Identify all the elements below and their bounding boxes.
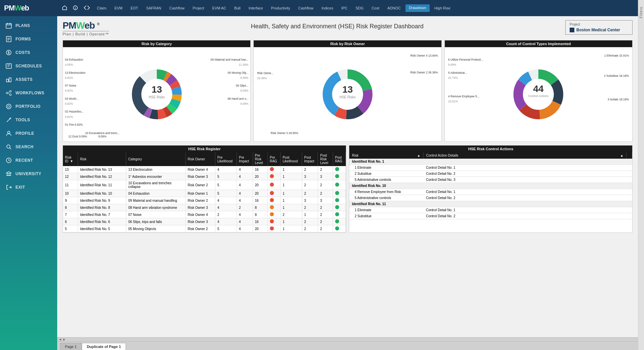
- topbar-btn-claim[interactable]: Claim: [94, 5, 110, 11]
- topbar-btn-bull[interactable]: Bull: [231, 5, 244, 11]
- svg-text:13: 13: [342, 84, 353, 95]
- home-icon[interactable]: [60, 4, 69, 13]
- topbar-btn-interface[interactable]: Interface: [245, 5, 266, 11]
- svg-line-25: [10, 148, 11, 149]
- tab-duplicate[interactable]: Duplicate of Page 1: [82, 343, 126, 350]
- chart3-label-substitue: 2 Substitue 18.18%: [604, 74, 629, 77]
- topbar-btn-eot[interactable]: EOT: [127, 5, 142, 11]
- col-pre-i[interactable]: Pre Impact: [237, 152, 253, 166]
- sidebar-item-plans[interactable]: PLANS: [0, 19, 57, 32]
- sidebar-item-forms[interactable]: FORMS: [0, 32, 57, 46]
- sidebar-item-university[interactable]: UNIVERSITY: [0, 167, 57, 181]
- svg-point-18: [10, 94, 11, 96]
- horizontal-scrollbar[interactable]: ◄ ►: [57, 337, 638, 341]
- col-pre-rag[interactable]: Pre RAG: [267, 152, 280, 166]
- table-row: 12 Identified Risk No. 12 1° Asbestos en…: [63, 173, 346, 180]
- svg-text:Control Actions: Control Actions: [528, 94, 549, 98]
- svg-rect-10: [6, 64, 11, 68]
- sidebar-item-search[interactable]: SEARCH: [0, 140, 57, 154]
- col-pre-rl[interactable]: Pre Risk Level: [253, 152, 267, 166]
- chart3-body: 6 Utilize Personal Protecti...9.09% 5 Ad…: [445, 47, 632, 141]
- project-label: Project: [570, 23, 628, 26]
- sidebar-item-profile[interactable]: PROFILE: [0, 127, 57, 140]
- topbar-btn-productivity[interactable]: Productivity: [267, 5, 293, 11]
- filters-label[interactable]: Filters: [639, 7, 643, 18]
- chart1-label-hazardous: 02 Hazardou...6.82%: [65, 109, 85, 120]
- svg-rect-29: [9, 173, 10, 176]
- risk-register-scroll[interactable]: Risk ID ▼ Risk Category Risk Owner Pre L…: [63, 152, 346, 232]
- nav-arrows-icon[interactable]: [81, 4, 92, 12]
- col-post-rag[interactable]: Post RAG: [333, 152, 346, 166]
- col-pre-l[interactable]: Pre Likelihood: [215, 152, 237, 166]
- tab-page1[interactable]: Page 1: [60, 343, 82, 350]
- topbar-btn-sdg[interactable]: SDG: [352, 5, 367, 11]
- topbar-btn-highrise[interactable]: High Rise: [431, 5, 454, 11]
- sidebar-item-costs[interactable]: $ COSTS: [0, 46, 57, 59]
- profile-icon: [5, 130, 12, 137]
- dashboard-title: Health, Safety and Environment (HSE) Ris…: [109, 20, 565, 30]
- col-post-rl[interactable]: Post Risk Level: [318, 152, 333, 166]
- sidebar-item-tools[interactable]: TOOLS: [0, 113, 57, 127]
- table-row: 6 Identified Risk No. 6 06 Slips, trips …: [63, 218, 346, 225]
- chart2-donut: 13 HSE Risks: [321, 67, 374, 121]
- charts-row: Risk by Category 04 Exhaustion4.55% 13 E…: [63, 40, 633, 142]
- topbar-btn-drawdown[interactable]: Drawdown: [405, 4, 430, 12]
- svg-point-24: [7, 145, 10, 148]
- project-box: Project Boston Medical Center: [565, 20, 633, 35]
- control-actions-scroll[interactable]: Risk ▲ Control Action Details ▲ Identifi…: [349, 152, 632, 219]
- table-row: 11 Identified Risk No. 11 10 Excavations…: [63, 180, 346, 190]
- list-item: 5 Administrative controls Control Detail…: [349, 195, 632, 201]
- col-post-i[interactable]: Post Impact: [302, 152, 318, 166]
- svg-rect-0: [6, 24, 11, 28]
- control-group-header: Identified Risk No. 1: [349, 159, 632, 165]
- control-group-header: Identified Risk No. 10: [349, 183, 632, 189]
- chart1-label-dust: 12 Dust 9.09%: [68, 135, 87, 138]
- col-risk[interactable]: Risk: [78, 152, 126, 166]
- list-item: 1 Eliminate Control Detail No. 1: [349, 165, 632, 171]
- topbar-btn-cost[interactable]: Cost: [368, 5, 383, 11]
- col-owner[interactable]: Risk Owner: [185, 152, 215, 166]
- dollar-icon: $: [5, 49, 12, 56]
- col-risk-id[interactable]: Risk ID ▼: [63, 152, 78, 166]
- content-area: PMWeb ® Plan | Build | Operate™ Health, …: [57, 16, 638, 350]
- topbar-btn-evmac[interactable]: EVM AC: [209, 5, 230, 11]
- topbar-btn-project[interactable]: Project: [189, 5, 207, 11]
- risk-register-table: Risk ID ▼ Risk Category Risk Owner Pre L…: [63, 152, 346, 232]
- table-row: 8 Identified Risk No. 8 08 Hand arm vibr…: [63, 204, 346, 211]
- topbar-btn-indices[interactable]: Indices: [318, 5, 337, 11]
- scroll-left[interactable]: ◄: [59, 338, 62, 341]
- sidebar-item-portfolio[interactable]: PORTFOLIO: [0, 100, 57, 113]
- svg-point-16: [6, 92, 8, 94]
- sidebar-item-workflows[interactable]: WORKFLOWS: [0, 86, 57, 100]
- col-risk-control[interactable]: Risk ▲: [349, 152, 423, 159]
- calendar-icon: [5, 22, 12, 29]
- svg-line-20: [8, 93, 10, 94]
- chart2-label-owner2: Risk Owner 2 36.36%: [410, 71, 438, 74]
- topbar-btn-evm[interactable]: EVM: [111, 5, 126, 11]
- sidebar-item-recent[interactable]: RECENT: [0, 154, 57, 167]
- info-icon[interactable]: i: [71, 4, 80, 13]
- sidebar-item-assets[interactable]: ASSETS: [0, 73, 57, 86]
- sidebar-item-exit[interactable]: EXIT: [0, 181, 57, 194]
- col-post-l[interactable]: Post Likelihood: [280, 152, 302, 166]
- risk-register-title: HSE Risk Register: [63, 146, 346, 152]
- col-category[interactable]: Category: [126, 152, 186, 166]
- svg-line-19: [8, 92, 10, 93]
- chart3-label-isolate: 3 Isolate 18.18%: [604, 98, 629, 101]
- svg-text:HSE Risks: HSE Risks: [149, 95, 165, 99]
- topbar-btn-adnoc[interactable]: ADNOC: [384, 5, 404, 11]
- svg-text:$: $: [8, 51, 10, 55]
- col-action-detail[interactable]: Control Action Details ▲: [423, 152, 627, 159]
- topbar-btn-cashflow1[interactable]: Cashflow: [166, 5, 188, 11]
- list-item: 5 Administrative controls Control Detail…: [349, 177, 632, 183]
- control-actions-panel: HSE Risk Control Actions Risk ▲ Control …: [349, 145, 633, 233]
- scroll-right[interactable]: ►: [63, 338, 66, 341]
- dash-header: PMWeb ® Plan | Build | Operate™ Health, …: [63, 20, 633, 36]
- university-icon: [5, 170, 12, 177]
- topbar-btn-cashflow2[interactable]: Cashflow: [295, 5, 317, 11]
- svg-text:13: 13: [151, 84, 162, 95]
- topbar-btn-safran[interactable]: SAFRAN: [143, 5, 165, 11]
- sidebar-item-schedules[interactable]: SCHEDULES: [0, 59, 57, 73]
- topbar-btn-ipc[interactable]: IPC: [338, 5, 351, 11]
- chart1-label-exhaustion: 04 Exhaustion4.55%: [65, 57, 85, 68]
